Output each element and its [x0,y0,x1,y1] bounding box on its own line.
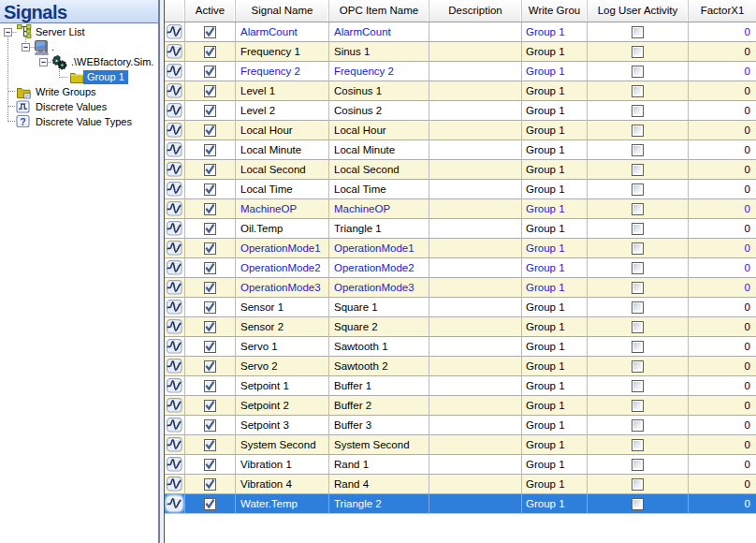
svg-text:?: ? [20,116,25,127]
